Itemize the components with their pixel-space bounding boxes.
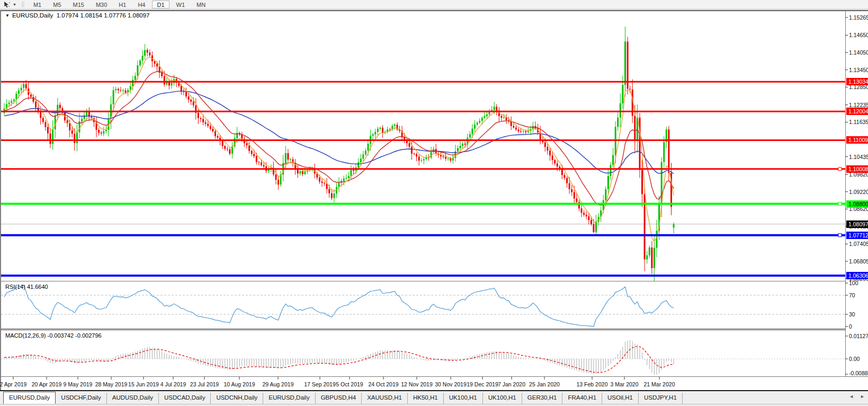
price-line-label: 1.12004: [846, 108, 868, 115]
date-tick-label: 19 Dec 2019: [467, 381, 498, 387]
macd-indicator-label: MACD(12,26,9) -0.003742 -0.002796: [5, 332, 102, 339]
top-toolbar: ▼ M1M5M15M30H1H4D1W1MN: [0, 0, 868, 10]
price-tick-label: 1.13450: [849, 66, 868, 74]
date-tick-label: 4 Jul 2019: [160, 381, 186, 387]
date-tick-label: 29 Aug 2019: [263, 381, 294, 387]
chart-window[interactable]: [0, 10, 868, 390]
macd-scale-label: 0.00: [849, 355, 860, 363]
chart-tab[interactable]: XAUUSD,H1: [362, 393, 408, 404]
chart-tab-strip: EURUSD,DailyUSDCHF,DailyAUDUSD,DailyUSDC…: [3, 392, 683, 404]
toolbar-grip[interactable]: [22, 2, 24, 8]
chart-tab[interactable]: USOil,H1: [602, 393, 639, 404]
date-tick-label: 3 Mar 2020: [610, 381, 638, 387]
timeframe-button[interactable]: MN: [192, 1, 210, 8]
chart-tab[interactable]: USDCAD,Daily: [159, 393, 211, 404]
date-tick-label: 10 Aug 2019: [224, 381, 255, 387]
date-tick-label: 12 Nov 2019: [401, 381, 433, 387]
chart-tab[interactable]: EURUSD,Daily: [263, 393, 315, 404]
timeframe-button[interactable]: M1: [29, 1, 46, 8]
price-line-label: 1.11009: [846, 136, 868, 144]
macd-scale-label: 0.011277: [849, 332, 868, 340]
dropdown-caret-icon[interactable]: ▼: [13, 3, 16, 6]
chart-tab[interactable]: FRA40,H1: [562, 393, 602, 404]
timeframe-button[interactable]: M30: [91, 1, 112, 8]
chart-ohlc-values: 1.07974 1.08154 1.07776 1.08097: [57, 12, 150, 19]
cursor-tool-button[interactable]: ▼: [0, 0, 20, 9]
chart-tab[interactable]: GBPUSD,H4: [316, 393, 362, 404]
date-tick-label: 21 Mar 2020: [644, 381, 675, 387]
date-tick-label: 7 Jan 2020: [498, 381, 525, 387]
price-tick-label: 1.15265: [849, 14, 868, 21]
rsi-scale-label: 30: [849, 311, 855, 318]
date-tick-label: 2 Apr 2019: [0, 381, 26, 387]
timeframe-button[interactable]: D1: [152, 1, 169, 8]
price-tick-label: 1.06805: [849, 258, 868, 265]
date-tick-label: 15 Jun 2019: [128, 381, 159, 387]
date-tick-label: 23 Jul 2019: [190, 381, 219, 387]
timeframe-button[interactable]: H4: [133, 1, 150, 8]
timeframe-button[interactable]: W1: [172, 1, 190, 8]
price-line-label: 1.13034: [846, 78, 868, 85]
macd-scale-label: -0.008845: [849, 369, 868, 377]
status-bar: [0, 404, 868, 406]
date-tick-label: 25 Jan 2020: [529, 381, 560, 387]
tab-scroll-right-icon[interactable]: ►: [860, 394, 865, 399]
rsi-scale-label: 70: [849, 292, 855, 299]
cursor-tool-icon: [3, 1, 11, 8]
timeframe-button[interactable]: H1: [114, 1, 131, 8]
price-line-label: 1.07712: [846, 232, 868, 239]
tab-scroll-controls: ◄ ►: [849, 394, 865, 399]
chart-tab[interactable]: UK100,H1: [483, 393, 522, 404]
timeframe-button[interactable]: M5: [48, 1, 66, 8]
chart-tab[interactable]: HK50,H1: [408, 393, 444, 404]
price-tick-label: 1.14050: [849, 49, 868, 56]
price-line-label: 1.10008: [846, 165, 868, 173]
date-tick-label: 9 May 2019: [64, 381, 93, 387]
date-tick-label: 20 Apr 2019: [32, 381, 62, 387]
chart-tab[interactable]: USDCNH,Daily: [211, 393, 263, 404]
date-tick-label: 24 Oct 2019: [368, 381, 398, 387]
rsi-scale-label: 100: [849, 279, 858, 287]
chart-symbol-label: EURUSD,Daily: [12, 12, 53, 19]
date-tick-label: 30 Nov 2019: [435, 381, 467, 387]
chart-title: ▼EURUSD,Daily 1.07974 1.08154 1.07776 1.…: [5, 12, 150, 19]
timeframe-button[interactable]: M15: [68, 1, 89, 8]
chart-tab[interactable]: USDCHF,Daily: [56, 393, 106, 404]
price-tick-label: 1.14650: [849, 31, 868, 39]
chart-tab[interactable]: EURUSD,Daily: [3, 392, 56, 404]
date-tick-label: 17 Sep 2019: [304, 381, 336, 387]
price-line-label: 1.08097: [846, 220, 868, 228]
chart-tab[interactable]: AUDUSD,Daily: [107, 393, 159, 404]
timeframe-toolbar: M1M5M15M30H1H4D1W1MN: [28, 0, 211, 9]
price-line-label: 1.06306: [846, 272, 868, 279]
rsi-indicator-label: RSI(14) 41.6640: [5, 284, 48, 290]
price-line-label: 1.08800: [846, 200, 868, 208]
price-tick-label: 1.09220: [849, 188, 868, 196]
tab-scroll-left-icon[interactable]: ◄: [849, 394, 854, 399]
chart-tab-bar: EURUSD,DailyUSDCHF,DailyAUDUSD,DailyUSDC…: [0, 390, 868, 404]
chart-tab[interactable]: USDJPY,H1: [639, 393, 683, 404]
date-tick-label: 5 Oct 2019: [336, 381, 363, 387]
collapse-triangle-icon[interactable]: ▼: [5, 13, 10, 18]
price-tick-label: 1.11635: [849, 118, 868, 126]
chart-tab[interactable]: GER30,H1: [522, 393, 563, 404]
price-tick-label: 1.10435: [849, 153, 868, 161]
price-tick-label: 1.07405: [849, 240, 868, 248]
date-tick-label: 28 May 2019: [95, 381, 128, 387]
date-tick-label: 13 Feb 2020: [577, 381, 608, 387]
chart-tab[interactable]: UK100,H1: [444, 393, 483, 404]
rsi-scale-label: 0: [849, 323, 852, 330]
